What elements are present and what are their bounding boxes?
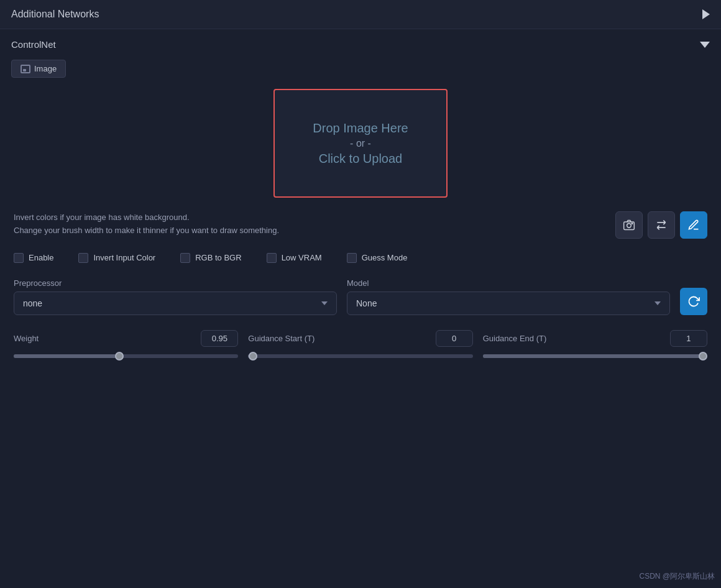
camera-button[interactable]	[615, 211, 643, 239]
weight-slider-group: Weight 0.95	[14, 330, 238, 358]
checkbox-enable-label: Enable	[29, 252, 53, 264]
draw-button[interactable]	[680, 211, 707, 239]
preprocessor-dropdown[interactable]: none	[14, 292, 337, 315]
tab-image[interactable]: Image	[11, 60, 66, 78]
drop-text-line3: Click to Upload	[319, 152, 403, 166]
guidance-start-track[interactable]	[248, 354, 472, 358]
checkbox-invert-box[interactable]	[78, 253, 88, 263]
watermark: CSDN @阿尔卑斯山林	[639, 571, 715, 582]
weight-value[interactable]: 0.95	[201, 330, 238, 347]
controlnet-collapse-icon[interactable]	[700, 42, 710, 48]
model-group: Model None	[347, 278, 670, 315]
preprocessor-value: none	[23, 298, 42, 308]
drop-zone-container: Drop Image Here - or - Click to Upload	[11, 89, 710, 198]
image-tab-bar: Image	[11, 60, 710, 78]
controlnet-title: ControlNet	[11, 39, 56, 50]
guidance-end-value[interactable]: 1	[670, 330, 707, 347]
model-dropdown[interactable]: None	[347, 292, 670, 315]
checkbox-rgb-box[interactable]	[180, 253, 190, 263]
checkbox-enable-box[interactable]	[14, 253, 24, 263]
preprocessor-group: Preprocessor none	[14, 278, 337, 315]
sliders-row: Weight 0.95 Guidance Start (T) 0 Guidanc…	[11, 330, 710, 358]
checkbox-rgb-label: RGB to BGR	[195, 252, 241, 264]
page-title: Additional Networks	[11, 9, 99, 20]
guidance-start-header: Guidance Start (T) 0	[248, 330, 472, 347]
weight-fill	[14, 354, 119, 358]
guidance-end-header: Guidance End (T) 1	[483, 330, 707, 347]
checkboxes-row: Enable Invert Input Color RGB to BGR Low…	[11, 252, 710, 264]
weight-track[interactable]	[14, 354, 238, 358]
weight-slider-header: Weight 0.95	[14, 330, 238, 347]
refresh-model-button[interactable]	[680, 288, 707, 315]
model-value: None	[356, 298, 377, 308]
checkbox-guess-box[interactable]	[347, 253, 357, 263]
guidance-end-label: Guidance End (T)	[483, 334, 547, 343]
image-icon	[21, 65, 30, 73]
guidance-end-thumb[interactable]	[699, 352, 707, 361]
tab-image-label: Image	[34, 64, 57, 73]
weight-thumb[interactable]	[115, 352, 124, 361]
hint-line2: Change your brush width to make it thinn…	[14, 224, 279, 237]
collapse-icon[interactable]	[702, 9, 710, 19]
guidance-start-label: Guidance Start (T)	[248, 334, 315, 343]
hint-text: Invert colors if your image has white ba…	[14, 211, 279, 237]
selectors-row: Preprocessor none Model None	[11, 278, 710, 315]
hint-line1: Invert colors if your image has white ba…	[14, 211, 279, 224]
model-label: Model	[347, 278, 670, 288]
checkbox-guess-mode[interactable]: Guess Mode	[347, 252, 408, 264]
checkbox-guess-label: Guess Mode	[362, 252, 408, 264]
checkbox-invert-input-color[interactable]: Invert Input Color	[78, 252, 155, 264]
hint-row: Invert colors if your image has white ba…	[11, 211, 710, 239]
guidance-start-thumb[interactable]	[249, 352, 257, 361]
checkbox-vram-label: Low VRAM	[282, 252, 322, 264]
preprocessor-label: Preprocessor	[14, 278, 337, 288]
drop-text-line1: Drop Image Here	[313, 121, 408, 136]
svg-point-1	[627, 224, 631, 228]
preprocessor-chevron-icon	[321, 301, 328, 305]
checkbox-vram-box[interactable]	[267, 253, 277, 263]
checkbox-rgb-to-bgr[interactable]: RGB to BGR	[180, 252, 241, 264]
guidance-end-fill	[483, 354, 703, 358]
guidance-start-slider-group: Guidance Start (T) 0	[248, 330, 472, 358]
controlnet-section: ControlNet Image Drop Image Here - or - …	[0, 29, 721, 378]
svg-point-2	[631, 223, 633, 224]
guidance-start-value[interactable]: 0	[436, 330, 473, 347]
controlnet-header: ControlNet	[11, 39, 710, 50]
guidance-end-slider-group: Guidance End (T) 1	[483, 330, 707, 358]
model-chevron-icon	[654, 301, 661, 305]
checkbox-invert-label: Invert Input Color	[93, 252, 155, 264]
guidance-end-track[interactable]	[483, 354, 707, 358]
checkbox-low-vram[interactable]: Low VRAM	[267, 252, 322, 264]
checkbox-enable[interactable]: Enable	[14, 252, 53, 264]
drop-zone[interactable]: Drop Image Here - or - Click to Upload	[273, 89, 448, 198]
weight-label: Weight	[14, 334, 39, 343]
transfer-button[interactable]	[648, 211, 675, 239]
drop-text-line2: - or -	[350, 138, 371, 149]
additional-networks-header: Additional Networks	[0, 0, 721, 29]
action-buttons	[615, 211, 707, 239]
